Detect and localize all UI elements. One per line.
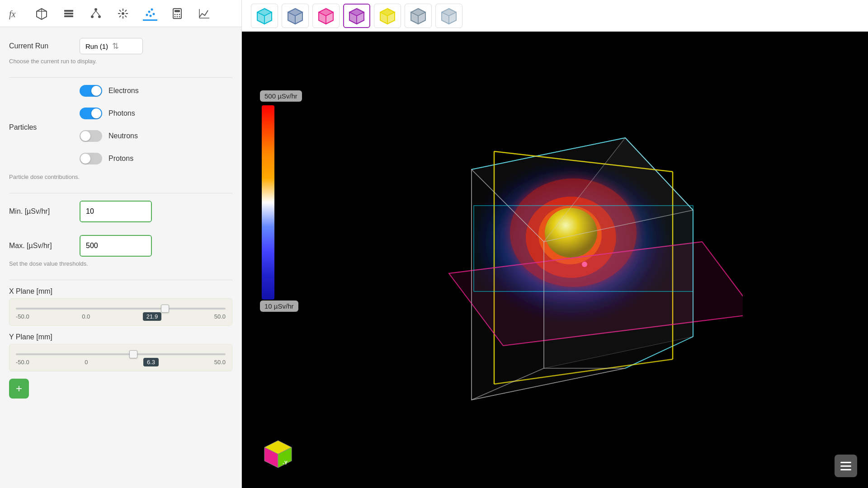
svg-rect-4 <box>64 10 73 12</box>
viz-container <box>404 97 743 422</box>
scale-top-label: 500 µSv/hr <box>260 90 302 102</box>
neutrons-row: Neutrons <box>80 130 139 142</box>
cube-btn-magenta[interactable] <box>312 4 340 28</box>
viewport: 500 µSv/hr 10 µSv/hr <box>242 32 868 488</box>
protons-toggle[interactable] <box>80 153 102 164</box>
svg-point-32 <box>177 16 178 17</box>
menu-line-1 <box>840 462 851 463</box>
y-plane-max: 50.0 <box>214 359 226 366</box>
cube-toolbar <box>242 0 868 32</box>
y-plane-label: Y Plane [mm] <box>9 333 72 341</box>
svg-point-29 <box>177 14 178 15</box>
svg-line-18 <box>125 15 127 17</box>
photons-row: Photons <box>80 108 139 119</box>
dose-hint: Set the dose value thresholds. <box>9 260 232 267</box>
svg-point-31 <box>175 16 176 17</box>
current-run-label: Current Run <box>9 42 72 50</box>
svg-rect-6 <box>64 15 73 17</box>
svg-point-87 <box>582 262 587 267</box>
cube-icon[interactable] <box>34 6 49 21</box>
run-hint: Choose the current run to display. <box>9 58 232 65</box>
svg-line-10 <box>92 11 96 15</box>
x-plane-max: 50.0 <box>214 313 226 320</box>
cube-btn-cyan[interactable] <box>251 4 278 28</box>
y-plane-min: -50.0 <box>16 359 29 366</box>
x-plane-labels: -50.0 0.0 21.9 50.0 <box>16 312 226 321</box>
menu-button[interactable] <box>835 455 857 477</box>
add-button[interactable]: + <box>9 379 29 399</box>
svg-point-21 <box>146 14 148 16</box>
content-area: Current Run Run (1) Run (2) Run (3) ⇅ Ch… <box>0 27 241 488</box>
hierarchy-icon[interactable] <box>89 6 103 21</box>
particles-heading: Particles <box>9 123 72 131</box>
run-select-box[interactable]: Run (1) Run (2) Run (3) ⇅ <box>80 38 143 54</box>
electrons-label: Electrons <box>108 87 139 95</box>
x-plane-mid: 0.0 <box>82 313 90 320</box>
y-plane-mid: 0 <box>85 359 88 366</box>
svg-point-30 <box>179 14 180 15</box>
svg-point-24 <box>153 13 155 15</box>
function-icon[interactable]: fx <box>7 6 22 21</box>
photons-toggle[interactable] <box>80 108 102 119</box>
max-dose-section: Max. [µSv/hr] 500 ▲ ▼ Set the dose value… <box>9 235 232 267</box>
y-plane-section: Y Plane [mm] -50.0 0 6.3 50.0 <box>9 333 232 371</box>
cube-btn-gray[interactable] <box>405 4 432 28</box>
particles-hint: Particle dose contributions. <box>9 174 232 180</box>
orientation-cube: -Y <box>260 438 296 474</box>
min-dose-input[interactable]: 10 <box>80 202 152 221</box>
scatter-icon[interactable] <box>143 6 157 21</box>
svg-point-9 <box>98 15 101 18</box>
y-plane-slider-box: -50.0 0 6.3 50.0 <box>9 344 232 371</box>
svg-rect-5 <box>64 13 73 14</box>
svg-line-20 <box>119 15 121 17</box>
graph-icon[interactable] <box>197 6 212 21</box>
svg-rect-27 <box>175 10 180 12</box>
svg-line-17 <box>119 10 121 12</box>
photons-label: Photons <box>108 109 135 117</box>
x-plane-value: 21.9 <box>143 312 161 321</box>
svg-text:fx: fx <box>9 9 16 19</box>
sparkle-icon[interactable] <box>116 6 130 21</box>
svg-point-22 <box>148 11 151 13</box>
divider-2 <box>9 193 232 193</box>
cube-btn-yellow[interactable] <box>374 4 401 28</box>
protons-row: Protons <box>80 153 139 164</box>
y-plane-slider[interactable] <box>16 353 226 355</box>
min-dose-input-group: 10 ▲ ▼ <box>80 201 152 222</box>
svg-point-23 <box>151 9 153 11</box>
y-plane-value: 6.3 <box>143 358 159 366</box>
electrons-toggle[interactable] <box>80 85 102 97</box>
x-plane-slider[interactable] <box>16 308 226 310</box>
svg-line-11 <box>96 11 99 15</box>
divider-3 <box>9 280 232 280</box>
neutrons-toggle[interactable] <box>80 130 102 142</box>
current-run-section: Current Run Run (1) Run (2) Run (3) ⇅ Ch… <box>9 38 232 65</box>
cube-btn-purple[interactable] <box>343 4 370 28</box>
min-dose-label: Min. [µSv/hr] <box>9 207 72 216</box>
layers-icon[interactable] <box>61 6 76 21</box>
min-dose-section: Min. [µSv/hr] 10 ▲ ▼ <box>9 201 232 222</box>
max-dose-input[interactable]: 500 <box>80 236 152 256</box>
toolbar: fx <box>0 0 241 27</box>
divider-1 <box>9 77 232 78</box>
max-dose-label: Max. [µSv/hr] <box>9 242 72 250</box>
scale-bar <box>262 105 274 300</box>
left-panel: fx Current Run <box>0 0 242 488</box>
cube-btn-lightgray[interactable] <box>435 4 462 28</box>
x-plane-label: X Plane [mm] <box>9 287 72 296</box>
svg-line-19 <box>125 10 127 12</box>
y-plane-labels: -50.0 0 6.3 50.0 <box>16 358 226 366</box>
menu-line-3 <box>840 469 851 470</box>
scale-bottom-label: 10 µSv/hr <box>260 300 298 312</box>
svg-point-25 <box>150 15 152 17</box>
svg-point-28 <box>175 14 176 15</box>
run-select[interactable]: Run (1) Run (2) Run (3) <box>85 42 108 50</box>
x-plane-section: X Plane [mm] -50.0 0.0 21.9 50.0 <box>9 287 232 326</box>
protons-label: Protons <box>108 155 133 163</box>
x-plane-slider-box: -50.0 0.0 21.9 50.0 <box>9 298 232 326</box>
cube-btn-steel[interactable] <box>282 4 309 28</box>
calculator-icon[interactable] <box>170 6 184 21</box>
particles-section: Particles Electrons Photons <box>9 85 232 180</box>
right-panel: 500 µSv/hr 10 µSv/hr <box>242 0 868 488</box>
menu-line-2 <box>840 465 851 467</box>
